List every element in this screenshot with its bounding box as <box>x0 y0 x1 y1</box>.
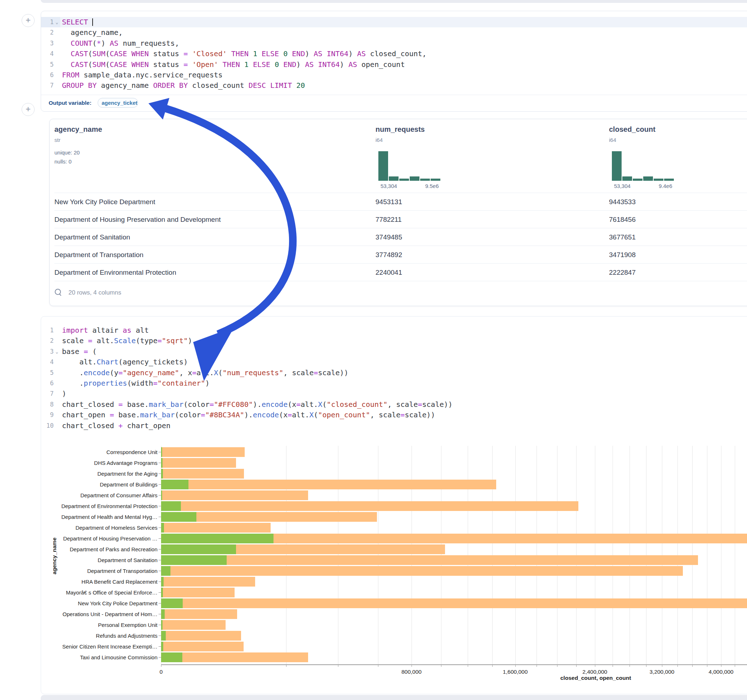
y-axis-label: HRA Benefit Card Replacement <box>6 579 157 585</box>
code-line: FROM sample_data.nyc.service_requests <box>62 70 426 80</box>
table-row: New York City Police Department945313194… <box>54 193 747 211</box>
y-axis-label: New York City Police Department <box>6 600 157 606</box>
y-axis-label: Refunds and Adjustments <box>6 633 157 639</box>
python-code-editor[interactable]: import altair as altscale = alt.Scale(ty… <box>62 325 452 431</box>
chart-bar-open <box>161 652 182 662</box>
table-cell: Department of Environmental Protection <box>54 264 176 281</box>
column-type-num-requests: i64 <box>375 137 383 143</box>
column-header-closed-count[interactable]: closed_count <box>609 125 655 134</box>
table-cell: 3677651 <box>609 228 636 246</box>
chart-bar-open <box>161 599 183 608</box>
closed-count-histogram <box>612 151 674 181</box>
code-line: scale = alt.Scale(type="sqrt") <box>62 336 452 346</box>
histogram-bar <box>654 179 664 181</box>
chart-bar-closed <box>161 577 255 587</box>
chart-gridline <box>721 446 721 664</box>
table-cell: 3471908 <box>609 246 636 264</box>
y-axis-tick <box>159 549 161 549</box>
table-cell: New York City Police Department <box>54 193 155 211</box>
y-axis-tick <box>159 495 161 495</box>
table-cell: 3749485 <box>375 228 402 246</box>
chart-bar-open <box>161 534 274 543</box>
chart-bar-closed <box>161 501 578 511</box>
x-axis-tick-label: 4,000,000 <box>692 669 747 675</box>
y-axis-label: Department of Housing Preservation … <box>6 536 157 542</box>
table-cell: Department of Sanitation <box>54 228 130 246</box>
column-header-num-requests[interactable]: num_requests <box>375 125 425 134</box>
output-variable-pill[interactable]: agency_tickets <box>98 98 138 108</box>
code-line: base = ( <box>62 346 452 357</box>
y-axis-label: Department of Homeless Services <box>6 525 157 531</box>
chart-bar-closed <box>161 490 308 500</box>
text-cursor <box>92 18 93 26</box>
y-axis-label: Department of Transportation <box>6 568 157 574</box>
previous-cell-edge <box>41 0 747 3</box>
chart-bar-open <box>161 577 163 587</box>
y-axis-label: Department of Health and Mental Hyg… <box>6 514 157 520</box>
code-line: ) <box>62 389 452 399</box>
chart-bar-closed <box>161 480 496 489</box>
table-row: Department of Housing Preservation and D… <box>54 210 747 228</box>
add-cell-button-middle[interactable]: + <box>22 103 35 116</box>
chart-bar-open <box>161 512 197 522</box>
line-number: 1 <box>41 325 60 336</box>
table-footer-summary: 20 rows, 4 columns <box>68 289 121 296</box>
chart-bar-open <box>161 620 163 630</box>
y-axis-tick <box>159 528 161 528</box>
code-line: alt.Chart(agency_tickets) <box>62 357 452 367</box>
y-axis-label: Department of Environmental Protection <box>6 503 157 509</box>
code-line: CAST(SUM(CASE WHEN status = 'Closed' THE… <box>62 48 426 59</box>
search-icon[interactable] <box>55 289 61 295</box>
line-number: 4 <box>41 357 60 367</box>
histogram-bar <box>622 177 632 181</box>
chart-bar-open <box>161 469 163 478</box>
chart-gridline <box>735 446 735 664</box>
line-number: 3⌄ <box>41 346 60 357</box>
x-axis-tick-label: 2,400,000 <box>566 669 624 675</box>
table-cell: 2222847 <box>609 264 636 281</box>
chart-bar-closed <box>161 588 234 597</box>
histogram-bar <box>410 177 419 181</box>
y-axis-label: Mayorâ€ s Office of Special Enforce… <box>6 590 157 596</box>
chart-bar-open <box>161 588 163 597</box>
code-line: chart_open = base.mark_bar(color="#8BC34… <box>62 410 452 420</box>
sql-code-editor[interactable]: SELECT agency_name, COUNT(*) AS num_requ… <box>62 17 426 91</box>
chart-bar-closed <box>161 631 241 641</box>
chart-bar-closed <box>161 599 747 608</box>
y-axis-tick <box>159 657 161 658</box>
y-axis-tick <box>159 625 161 625</box>
chart-bar-open <box>161 480 189 489</box>
table-cell: 9453131 <box>375 193 402 211</box>
y-axis-tick <box>159 646 161 647</box>
line-number: 6 <box>41 70 60 80</box>
line-number: 1⌄ <box>41 17 60 27</box>
code-line: chart_closed + chart_open <box>62 421 452 431</box>
notebook-page: + + 1⌄234567 SELECT agency_name, COUNT(*… <box>0 0 747 700</box>
table-row: Department of Environmental Protection22… <box>54 263 747 281</box>
column-header-agency-name[interactable]: agency_name <box>54 125 102 134</box>
add-cell-button-top[interactable]: + <box>22 14 35 27</box>
python-line-numbers: 123⌄45678910 <box>41 325 60 431</box>
y-axis-label: Department of Parks and Recreation <box>6 546 157 552</box>
chart-bar-closed <box>161 458 236 468</box>
histogram-bar <box>399 179 409 181</box>
table-cell: Department of Transportation <box>54 246 144 264</box>
table-cell: 2240041 <box>375 264 402 281</box>
cell-divider <box>41 95 747 95</box>
histogram-max-label: 9.5e6 <box>425 183 439 189</box>
y-axis-tick <box>159 506 161 506</box>
y-axis-tick <box>159 517 161 517</box>
histogram-bar <box>643 177 653 181</box>
code-line: chart_closed = base.mark_bar(color="#FFC… <box>62 399 452 410</box>
histogram-max-label: 9.4e6 <box>659 183 672 189</box>
table-bottom-divider <box>54 281 747 281</box>
fold-chevron-icon: ⌄ <box>54 17 60 27</box>
x-axis-tick-label: 1,600,000 <box>487 669 544 675</box>
chart-bar-closed <box>161 523 271 533</box>
chart-bar-open <box>161 566 171 576</box>
num-requests-histogram <box>378 151 440 181</box>
y-axis-tick <box>159 603 161 603</box>
code-line: CAST(SUM(CASE WHEN status = 'Open' THEN … <box>62 59 426 70</box>
y-axis-label: Senior Citizen Rent Increase Exempti… <box>6 643 157 650</box>
y-axis-label: Department of Sanitation <box>6 557 157 563</box>
